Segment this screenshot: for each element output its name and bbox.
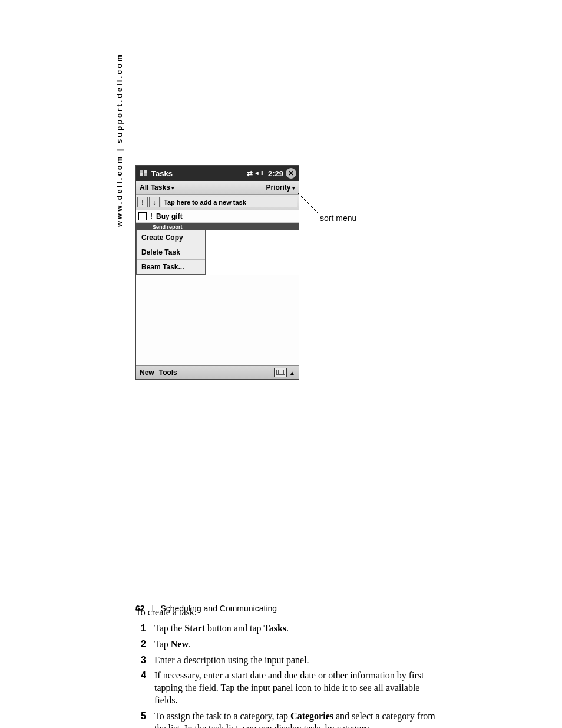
step-number: 1 (135, 622, 146, 635)
footer-separator: | (152, 604, 154, 613)
svg-rect-3 (144, 173, 147, 176)
task-row-selected-partial: Send report (136, 223, 299, 230)
ppc-command-bar: New Tools ▲ (136, 365, 299, 379)
task-row[interactable]: ! Buy gift (136, 210, 299, 223)
sort-toggle-icon[interactable]: ↓ (149, 197, 160, 207)
page-number: 62 (135, 604, 145, 613)
svg-rect-1 (144, 170, 147, 173)
speaker-icon: ◀᠄ (255, 169, 266, 177)
ppc-filter-bar: All Tasks Priority (136, 181, 299, 195)
step-number: 2 (135, 638, 146, 651)
menu-create-copy[interactable]: Create Copy (137, 230, 205, 245)
instruction-steps: 1 Tap the Start button and tap Tasks. 2 … (135, 622, 436, 728)
svg-rect-2 (140, 173, 143, 176)
task-title-partial: Send report (153, 224, 183, 230)
page-footer: 62 | Scheduling and Communicating (135, 604, 277, 613)
step-1: 1 Tap the Start button and tap Tasks. (135, 622, 436, 635)
cmd-new[interactable]: New (140, 368, 154, 377)
new-task-hint[interactable]: Tap here to add a new task (161, 197, 297, 207)
task-checkbox-icon[interactable] (138, 212, 147, 220)
cmd-tools[interactable]: Tools (159, 368, 177, 377)
ppc-title-bar: Tasks ⇄ ◀᠄ 2:29 ✕ (136, 166, 299, 181)
manual-page: www.dell.com | support.dell.com Tasks ⇄ … (0, 0, 562, 728)
ppc-title: Tasks (151, 169, 173, 178)
task-title: Buy gift (156, 212, 183, 220)
step-number: 5 (135, 710, 146, 728)
svg-line-4 (298, 193, 318, 213)
step-2: 2 Tap New. (135, 638, 436, 651)
side-url-text: www.dell.com | support.dell.com (115, 53, 124, 227)
page-content: Tasks ⇄ ◀᠄ 2:29 ✕ All Tasks Priority ! ↓… (135, 165, 436, 728)
step-3: 3 Enter a description using the input pa… (135, 654, 436, 667)
close-icon[interactable]: ✕ (286, 168, 296, 179)
callout-leader-line (298, 193, 322, 217)
windows-flag-icon (138, 168, 149, 179)
priority-toggle-icon[interactable]: ! (137, 197, 148, 207)
step-4: 4 If necessary, enter a start date and d… (135, 670, 436, 706)
menu-beam-task[interactable]: Beam Task... (137, 260, 205, 274)
task-list-empty-area (136, 275, 299, 365)
ppc-entry-row: ! ↓ Tap here to add a new task (136, 195, 299, 210)
step-number: 3 (135, 654, 146, 667)
connectivity-icon: ⇄ (244, 169, 255, 177)
ppc-clock: 2:29 (268, 169, 283, 178)
task-priority-icon: ! (150, 212, 153, 220)
pocketpc-screenshot: Tasks ⇄ ◀᠄ 2:29 ✕ All Tasks Priority ! ↓… (135, 165, 299, 380)
step-number: 4 (135, 670, 146, 706)
menu-delete-task[interactable]: Delete Task (137, 245, 205, 260)
context-menu: Create Copy Delete Task Beam Task... (136, 230, 206, 275)
ppc-task-list: ! Buy gift Send report Create Copy Delet… (136, 210, 299, 365)
filter-category-dropdown[interactable]: All Tasks (140, 183, 174, 192)
input-panel-arrow-icon[interactable]: ▲ (289, 370, 295, 376)
step-5: 5 To assign the task to a category, tap … (135, 710, 436, 728)
keyboard-icon[interactable] (274, 368, 287, 377)
svg-rect-0 (140, 170, 143, 173)
section-title: Scheduling and Communicating (160, 604, 277, 613)
filter-sort-dropdown[interactable]: Priority (266, 183, 295, 192)
callout-sort-menu: sort menu (320, 213, 356, 223)
